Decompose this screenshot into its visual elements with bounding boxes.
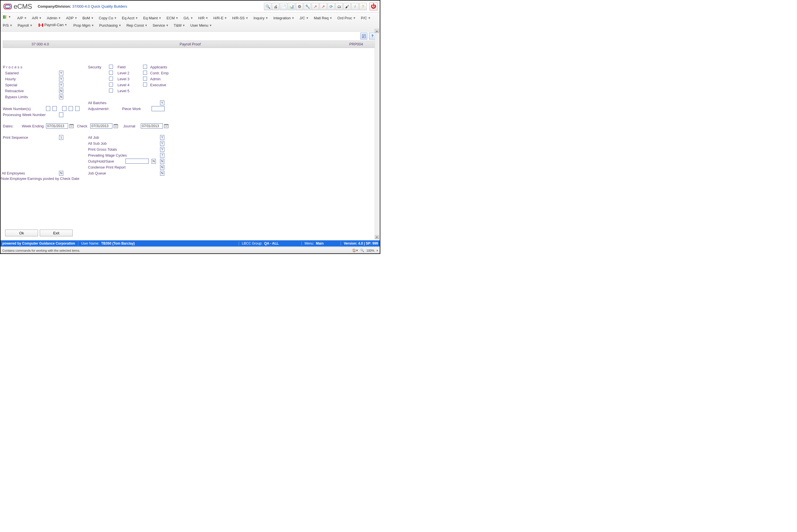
word-export-icon[interactable] <box>360 33 367 39</box>
security-zone-icon[interactable]: 🏠▾ <box>352 249 358 252</box>
all-employees-input[interactable]: N <box>59 171 63 176</box>
menu-p-s[interactable]: P/S▼ <box>3 22 13 29</box>
hourly-input[interactable]: Y <box>59 77 63 81</box>
menu-j-c[interactable]: J/C▼ <box>299 15 309 22</box>
menu-icon-apps[interactable]: ▼ <box>3 14 11 20</box>
print-sequence-input[interactable]: 1 <box>59 135 63 140</box>
menu-a-r[interactable]: A/R▼ <box>32 15 42 22</box>
menu-eq-maint[interactable]: Eq Maint▼ <box>143 15 162 22</box>
sec-applicants-check[interactable] <box>143 65 147 69</box>
security-l3-check[interactable] <box>109 77 113 80</box>
piece-work-input[interactable] <box>152 106 165 111</box>
outq-hold-input[interactable]: N <box>152 159 156 164</box>
scroll-up-icon[interactable]: ▲ <box>375 29 379 33</box>
menu-integration[interactable]: Integration▼ <box>273 15 294 22</box>
processing-week-label: Processing Week Number <box>3 113 46 117</box>
prevailing-input[interactable]: 7 <box>160 153 164 158</box>
sec-contremp-check[interactable] <box>143 71 147 75</box>
all-sub-job-input[interactable]: Y <box>160 141 164 146</box>
menu-payroll-can[interactable]: Payroll-Can▼ <box>39 22 67 28</box>
outq-text-input[interactable] <box>126 158 149 164</box>
menu-payroll[interactable]: Payroll▼ <box>18 22 33 29</box>
brush-icon[interactable]: 🖌 <box>344 3 351 10</box>
salaried-input[interactable]: Y <box>59 71 63 75</box>
files-icon[interactable]: 🗂 <box>335 3 343 10</box>
processing-week-input[interactable] <box>59 112 63 117</box>
all-job-input[interactable]: Y <box>160 135 164 140</box>
all-batches-input[interactable]: Y <box>160 100 164 105</box>
outq-save-input[interactable]: N <box>160 159 164 164</box>
menu-prop-mgm[interactable]: Prop Mgm▼ <box>74 22 94 29</box>
menu-g-l[interactable]: G/L▼ <box>184 15 193 22</box>
trend-up2-icon[interactable]: ↗ <box>320 3 327 10</box>
week-num-3[interactable] <box>62 106 67 111</box>
week-ending-label: Week Ending <box>22 124 44 128</box>
notes-icon[interactable]: 📄 <box>280 3 287 10</box>
calendar-icon[interactable] <box>113 124 118 128</box>
zoom-icon[interactable]: 🔍 <box>360 249 364 252</box>
week-num-5[interactable] <box>75 106 79 111</box>
menu-a-p[interactable]: A/P▼ <box>17 15 27 22</box>
menu-payroll-can-label: Payroll-Can <box>44 22 63 28</box>
menu-h-r-e[interactable]: H/R-E▼ <box>214 15 227 22</box>
menu-adp[interactable]: ADP▼ <box>66 15 77 22</box>
gear-icon[interactable]: ⚙ <box>296 3 303 10</box>
menu-p-c[interactable]: P/C▼ <box>361 15 371 22</box>
ok-button[interactable]: Ok <box>5 230 38 236</box>
help-icon[interactable]: ? <box>359 3 367 10</box>
calendar-icon[interactable] <box>69 124 74 128</box>
menu-matl-req[interactable]: Matl Req▼ <box>314 15 332 22</box>
security-l4-check[interactable] <box>109 82 113 87</box>
check-date-input[interactable] <box>90 124 112 129</box>
menu-ecm[interactable]: ECM▼ <box>167 15 179 22</box>
header-toolbar: 🔍 🖨 📄 📊 ⚙ 🔧 ↗ ↗ ⟳ 🗂 🖌 i ? ⏻ <box>264 3 377 11</box>
print-gross-input[interactable]: Y <box>160 147 164 152</box>
refresh-icon[interactable]: ⟳ <box>328 3 335 10</box>
sec-admin-check[interactable] <box>143 77 147 80</box>
retroactive-input[interactable]: N <box>59 89 63 93</box>
search-icon[interactable]: 🔍 <box>264 3 271 10</box>
week-ending-input[interactable] <box>46 124 68 129</box>
sub-toolbar: ? <box>1 32 380 41</box>
security-label: Security <box>88 65 101 69</box>
menu-service[interactable]: Service▼ <box>153 22 169 29</box>
job-queue-input[interactable]: N <box>160 171 164 176</box>
menu-h-r-ss[interactable]: H/R-SS▼ <box>232 15 248 22</box>
week-num-2[interactable] <box>53 106 57 111</box>
print-icon[interactable]: 🖨 <box>272 3 279 10</box>
menu-purchasing[interactable]: Purchasing▼ <box>99 22 121 29</box>
security-field-check[interactable] <box>109 65 113 69</box>
security-l2-check[interactable] <box>109 71 113 75</box>
menu-t-m[interactable]: T&M▼ <box>174 22 185 29</box>
canada-flag-icon <box>39 23 43 27</box>
main-menu: ▼ A/P▼A/R▼Admin▼ADP▼BoM▼Copy Co▼Eq Acct▼… <box>1 13 380 32</box>
menu-user-menu[interactable]: User Menu▼ <box>190 22 212 29</box>
prevailing-label: Prevailing Wage Cycles <box>88 153 127 157</box>
exit-button[interactable]: Exit <box>40 230 73 236</box>
menu-inquiry[interactable]: Inquiry▼ <box>254 15 268 22</box>
bypass-limits-input[interactable]: N <box>59 94 63 99</box>
gantt-icon[interactable]: 📊 <box>288 3 295 10</box>
menu-bom[interactable]: BoM▼ <box>82 15 94 22</box>
sec-executive-check[interactable] <box>143 82 147 87</box>
condense-input[interactable]: N <box>160 165 164 170</box>
power-icon[interactable]: ⏻ <box>370 3 377 11</box>
security-l5-check[interactable] <box>109 89 113 93</box>
special-input[interactable]: Y <box>59 82 63 88</box>
trend-up-icon[interactable]: ↗ <box>312 3 319 10</box>
menu-copy-co[interactable]: Copy Co▼ <box>99 15 117 22</box>
vertical-scrollbar[interactable]: ▲ ▼ <box>375 29 379 239</box>
journal-date-input[interactable] <box>141 124 163 129</box>
calendar-icon[interactable] <box>164 124 169 128</box>
week-num-1[interactable] <box>46 106 50 111</box>
menu-rep-const[interactable]: Rep Const▼ <box>126 22 147 29</box>
menu-ord-proc[interactable]: Ord Proc▼ <box>337 15 356 22</box>
menu-eq-acct[interactable]: Eq Acct▼ <box>122 15 138 22</box>
print-sequence-label: Print Sequence <box>3 135 28 139</box>
wrench-icon[interactable]: 🔧 <box>304 3 311 10</box>
menu-admin[interactable]: Admin▼ <box>47 15 61 22</box>
menu-h-r[interactable]: H/R▼ <box>198 15 208 22</box>
scroll-down-icon[interactable]: ▼ <box>375 235 379 239</box>
week-num-4[interactable] <box>69 106 73 111</box>
info-icon[interactable]: i <box>351 3 359 10</box>
